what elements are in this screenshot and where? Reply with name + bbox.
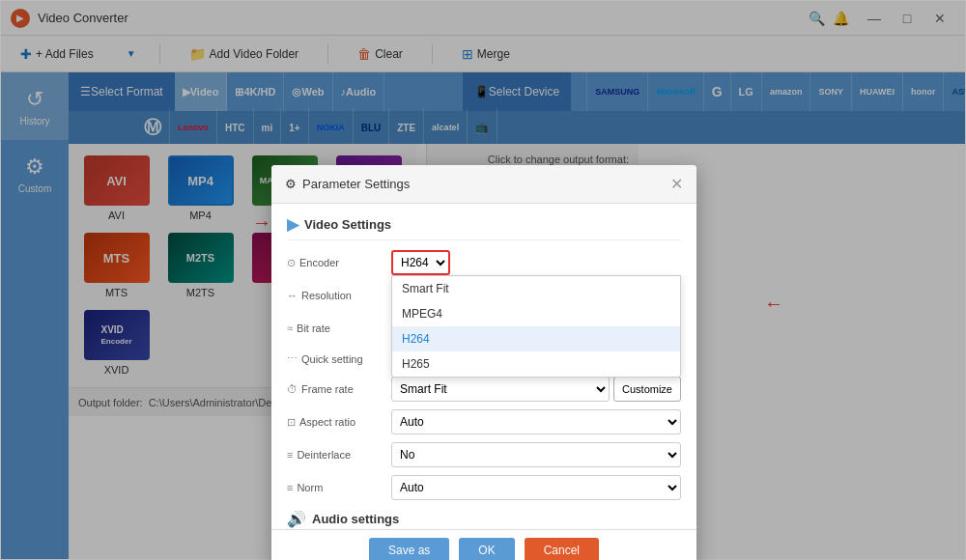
encoder-option-mpeg4[interactable]: MPEG4 — [392, 301, 680, 326]
deinterlace-row: ≡ Deinterlace No — [287, 442, 681, 467]
video-section-header: ▶ Video Settings — [287, 215, 681, 240]
framerate-select[interactable]: Smart Fit — [391, 377, 610, 402]
aspectratio-select[interactable]: Auto — [391, 409, 681, 434]
aspectratio-label: ⊡ Aspect ratio — [287, 416, 384, 429]
cancel-button[interactable]: Cancel — [525, 538, 599, 560]
resolution-icon: ↔ — [287, 290, 298, 301]
encoder-option-h264[interactable]: H264 — [392, 326, 680, 351]
encoder-wrapper: H264 Smart Fit MPEG4 H264 H265 — [391, 250, 681, 275]
framerate-icon: ⏱ — [287, 383, 298, 395]
parameter-settings-modal: ⚙ Parameter Settings ✕ ▶ Video Settings … — [271, 165, 696, 560]
modal-title: ⚙ Parameter Settings — [285, 177, 410, 191]
norm-select[interactable]: Auto — [391, 475, 681, 500]
framerate-controls: Smart Fit Customize — [391, 377, 681, 402]
audio-section-icon: 🔊 — [287, 510, 306, 528]
modal-close-button[interactable]: ✕ — [670, 175, 683, 193]
bitrate-label: ≈ Bit rate — [287, 322, 384, 334]
app-window: ▶ Video Converter 🔍 🔔 — □ ✕ ✚ + Add File… — [0, 0, 966, 560]
aspectratio-icon: ⊡ — [287, 416, 296, 429]
encoder-option-h265[interactable]: H265 — [392, 351, 680, 377]
video-section-icon: ▶ — [287, 215, 298, 234]
quicksetting-form-label: ⋯ Quick setting — [287, 352, 384, 365]
video-encoder-dropdown: Smart Fit MPEG4 H264 H265 — [391, 275, 681, 378]
modal-overlay: ⚙ Parameter Settings ✕ ▶ Video Settings … — [1, 1, 965, 559]
deinterlace-select[interactable]: No — [391, 442, 681, 467]
encoder-option-smartfit[interactable]: Smart Fit — [392, 276, 680, 301]
modal-body: ▶ Video Settings ⊙ Encoder H264 Smart — [271, 204, 696, 529]
deinterlace-icon: ≡ — [287, 449, 293, 461]
save-as-button[interactable]: Save as — [369, 538, 449, 560]
encoder-icon: ⊙ — [287, 257, 296, 269]
encoder-label: ⊙ Encoder — [287, 257, 384, 269]
norm-row: ≡ Norm Auto — [287, 475, 681, 500]
norm-label: ≡ Norm — [287, 482, 384, 493]
qs-icon: ⋯ — [287, 352, 298, 365]
bitrate-icon: ≈ — [287, 322, 293, 334]
modal-footer: Save as OK Cancel — [271, 529, 696, 560]
video-encoder-select[interactable]: H264 — [391, 250, 450, 275]
ok-button[interactable]: OK — [459, 538, 514, 560]
resolution-label: ↔ Resolution — [287, 290, 384, 301]
framerate-customize-btn[interactable]: Customize — [613, 377, 681, 402]
framerate-label: ⏱ Frame rate — [287, 383, 384, 395]
framerate-row: ⏱ Frame rate Smart Fit Customize — [287, 377, 681, 402]
encoder-row: ⊙ Encoder H264 Smart Fit MPEG4 H264 H265 — [287, 250, 681, 275]
modal-header: ⚙ Parameter Settings ✕ — [271, 165, 696, 204]
modal-icon: ⚙ — [285, 177, 297, 191]
deinterlace-label: ≡ Deinterlace — [287, 449, 384, 461]
audio-section-header: 🔊 Audio settings — [287, 510, 681, 529]
aspectratio-row: ⊡ Aspect ratio Auto — [287, 409, 681, 434]
norm-icon: ≡ — [287, 482, 293, 493]
